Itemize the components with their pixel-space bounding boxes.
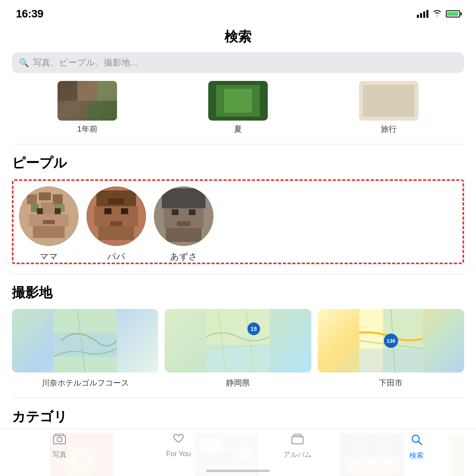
svg-rect-18 — [33, 226, 65, 238]
location-name-1: 静岡県 — [165, 377, 311, 388]
svg-rect-2 — [97, 81, 117, 101]
person-avatar-1 — [86, 186, 146, 246]
battery-icon — [446, 10, 460, 17]
status-bar: 16:39 — [0, 0, 476, 24]
svg-text:136: 136 — [386, 338, 395, 344]
person-name-1: パパ — [86, 251, 146, 263]
tab-search[interactable]: 検索 — [357, 434, 476, 460]
search-bar-container: 🔍 写真、ピープル、撮影地... — [0, 52, 476, 81]
status-icons — [417, 9, 460, 19]
home-indicator — [206, 470, 270, 472]
svg-rect-76 — [292, 437, 303, 444]
people-section-title: ピープル — [12, 144, 464, 179]
person-item-0[interactable]: ママ — [19, 186, 79, 263]
svg-rect-26 — [121, 208, 128, 214]
memory-item-0[interactable]: 1年前 — [12, 81, 163, 134]
search-placeholder: 写真、ピープル、撮影地... — [33, 57, 137, 69]
people-grid-wrapper: ママ パパ — [12, 179, 464, 264]
search-icon: 🔍 — [19, 58, 29, 67]
svg-rect-9 — [363, 85, 415, 117]
svg-rect-4 — [87, 101, 117, 121]
memory-row: 1年前 夏 旅行 — [0, 81, 476, 134]
status-time: 16:39 — [16, 8, 43, 20]
svg-rect-25 — [104, 208, 111, 214]
svg-line-80 — [418, 441, 422, 445]
tab-for-you-label: For You — [166, 450, 191, 458]
svg-rect-40 — [206, 345, 270, 372]
svg-rect-12 — [39, 192, 51, 200]
location-section-title: 撮影地 — [12, 274, 464, 309]
memory-label-0: 1年前 — [12, 124, 163, 134]
svg-rect-0 — [58, 81, 77, 101]
svg-rect-29 — [98, 226, 134, 240]
memory-label-1: 夏 — [163, 124, 313, 134]
svg-text:15: 15 — [251, 326, 257, 332]
location-item-1[interactable]: 15 静岡県 — [165, 309, 311, 388]
memory-thumb-2 — [359, 81, 418, 121]
albums-icon — [291, 434, 304, 447]
svg-rect-19 — [37, 208, 43, 214]
location-item-2[interactable]: 136 下田市 — [318, 309, 464, 388]
people-dashed-box: ママ パパ — [12, 179, 464, 264]
location-thumb-0 — [12, 309, 158, 372]
svg-rect-11 — [27, 194, 37, 204]
search-bar[interactable]: 🔍 写真、ピープル、撮影地... — [12, 52, 464, 73]
tab-bar: 写真 For You アルバム 検索 — [0, 428, 476, 476]
svg-rect-35 — [177, 221, 190, 226]
person-name-2: あずさ — [154, 251, 213, 263]
svg-rect-15 — [41, 202, 57, 214]
svg-rect-28 — [110, 221, 122, 226]
location-name-2: 下田市 — [318, 377, 464, 388]
tab-photos[interactable]: 写真 — [0, 434, 119, 459]
person-name-0: ママ — [19, 251, 79, 263]
svg-rect-21 — [43, 220, 55, 224]
tab-albums-label: アルバム — [283, 450, 312, 459]
location-section: 撮影地 川奈ホテルゴルフコース — [0, 274, 476, 388]
person-item-2[interactable]: あずさ — [154, 186, 213, 263]
svg-rect-34 — [189, 209, 196, 215]
svg-rect-74 — [55, 434, 64, 436]
svg-rect-27 — [108, 198, 124, 204]
svg-rect-1 — [77, 81, 97, 101]
location-grid: 川奈ホテルゴルフコース 15 静岡県 — [12, 309, 464, 388]
person-item-1[interactable]: パパ — [86, 186, 146, 263]
svg-rect-3 — [58, 101, 87, 121]
memory-thumb-0 — [58, 81, 117, 121]
svg-rect-20 — [55, 208, 61, 214]
tab-albums[interactable]: アルバム — [238, 434, 357, 459]
svg-rect-78 — [294, 434, 301, 435]
svg-point-75 — [57, 437, 62, 442]
tab-photos-label: 写真 — [52, 450, 67, 459]
person-avatar-0 — [19, 186, 79, 246]
memory-thumb-1 — [208, 81, 268, 121]
person-avatar-2 — [154, 186, 213, 246]
people-section: ピープル — [0, 144, 476, 264]
page-title: 検索 — [0, 24, 476, 52]
wifi-icon — [432, 9, 442, 19]
tab-search-label: 検索 — [409, 451, 424, 460]
svg-rect-7 — [224, 89, 252, 113]
location-item-0[interactable]: 川奈ホテルゴルフコース — [12, 309, 158, 388]
svg-rect-33 — [172, 209, 178, 215]
location-name-0: 川奈ホテルゴルフコース — [12, 377, 158, 388]
for-you-icon — [172, 434, 185, 447]
svg-rect-36 — [166, 228, 202, 242]
signal-icon — [417, 10, 428, 18]
location-thumb-1: 15 — [165, 309, 311, 372]
photos-icon — [53, 434, 66, 447]
tab-for-you[interactable]: For You — [119, 434, 238, 458]
search-tab-icon — [411, 434, 422, 448]
svg-rect-45 — [359, 349, 422, 372]
svg-rect-31 — [162, 188, 205, 208]
category-section-title: カテゴリ — [12, 398, 464, 433]
location-thumb-2: 136 — [318, 309, 464, 372]
memory-label-2: 旅行 — [313, 124, 464, 134]
memory-item-1[interactable]: 夏 — [163, 81, 313, 134]
memory-item-2[interactable]: 旅行 — [313, 81, 464, 134]
